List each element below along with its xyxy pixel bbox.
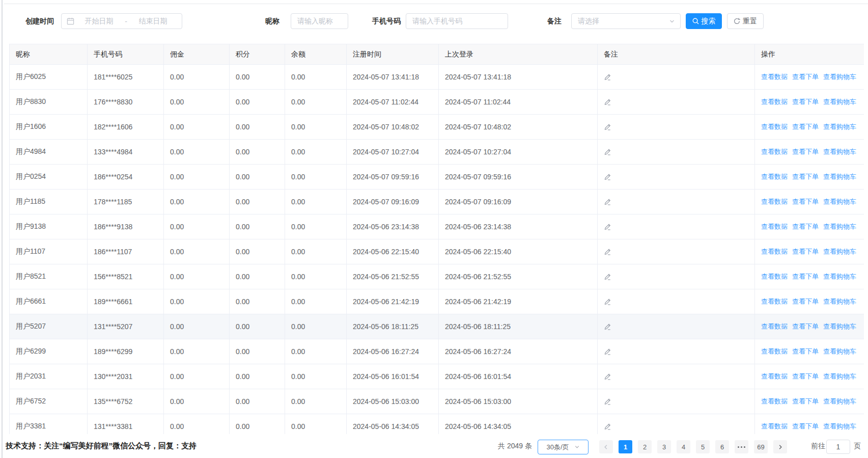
view-cart-link[interactable]: 查看购物车 bbox=[823, 298, 856, 305]
edit-remark-icon[interactable] bbox=[604, 373, 611, 381]
page-button-2[interactable]: 2 bbox=[638, 440, 652, 453]
view-cart-link[interactable]: 查看购物车 bbox=[823, 372, 856, 380]
view-orders-link[interactable]: 查看下单 bbox=[792, 347, 819, 355]
search-button[interactable]: 搜索 bbox=[686, 13, 722, 29]
col-last-login: 上次登录 bbox=[439, 44, 598, 65]
view-data-link[interactable]: 查看数据 bbox=[761, 248, 788, 255]
reset-button[interactable]: 重置 bbox=[727, 13, 764, 29]
view-orders-link[interactable]: 查看下单 bbox=[792, 98, 819, 105]
edit-remark-icon[interactable] bbox=[604, 398, 611, 406]
table-row: 用户1107186****11070.000.000.002024-05-06 … bbox=[10, 239, 864, 264]
edit-remark-icon[interactable] bbox=[604, 223, 611, 231]
view-cart-link[interactable]: 查看购物车 bbox=[823, 422, 856, 430]
view-orders-link[interactable]: 查看下单 bbox=[792, 148, 819, 155]
view-cart-link[interactable]: 查看购物车 bbox=[823, 273, 856, 280]
phone-cell: 186****9138 bbox=[88, 214, 164, 239]
view-orders-link[interactable]: 查看下单 bbox=[792, 422, 819, 430]
view-orders-link[interactable]: 查看下单 bbox=[792, 322, 819, 330]
nickname-cell: 用户2031 bbox=[10, 364, 88, 389]
view-cart-link[interactable]: 查看购物车 bbox=[823, 148, 856, 155]
view-cart-link[interactable]: 查看购物车 bbox=[823, 73, 856, 80]
view-data-link[interactable]: 查看数据 bbox=[761, 173, 788, 180]
view-orders-link[interactable]: 查看下单 bbox=[792, 298, 819, 305]
view-cart-link[interactable]: 查看购物车 bbox=[823, 173, 856, 180]
commission-cell: 0.00 bbox=[164, 239, 230, 264]
view-data-link[interactable]: 查看数据 bbox=[761, 148, 788, 155]
view-orders-link[interactable]: 查看下单 bbox=[792, 273, 819, 280]
edit-remark-icon[interactable] bbox=[604, 423, 611, 430]
top-divider bbox=[4, 4, 868, 4]
remark-select[interactable]: 请选择 bbox=[571, 13, 681, 29]
date-start-input[interactable]: 开始日期 bbox=[74, 17, 124, 26]
edit-remark-icon[interactable] bbox=[604, 148, 611, 156]
edit-remark-icon[interactable] bbox=[604, 248, 611, 256]
view-data-link[interactable]: 查看数据 bbox=[761, 347, 788, 355]
edit-remark-icon[interactable] bbox=[604, 173, 611, 181]
date-range-picker[interactable]: 开始日期 - 结束日期 bbox=[61, 13, 182, 29]
view-orders-link[interactable]: 查看下单 bbox=[792, 73, 819, 80]
phone-cell: 189****6299 bbox=[88, 339, 164, 364]
view-cart-link[interactable]: 查看购物车 bbox=[823, 98, 856, 105]
view-data-link[interactable]: 查看数据 bbox=[761, 123, 788, 130]
edit-remark-icon[interactable] bbox=[604, 98, 611, 106]
view-orders-link[interactable]: 查看下单 bbox=[792, 123, 819, 130]
page-button-69[interactable]: 69 bbox=[754, 440, 768, 453]
col-registered: 注册时间 bbox=[347, 44, 439, 65]
points-cell: 0.00 bbox=[230, 165, 285, 190]
phone-input[interactable]: 请输入手机号码 bbox=[406, 13, 508, 29]
edit-remark-icon[interactable] bbox=[604, 273, 611, 281]
nickname-input[interactable]: 请输入昵称 bbox=[291, 13, 348, 29]
commission-cell: 0.00 bbox=[164, 389, 230, 414]
edit-remark-icon[interactable] bbox=[604, 123, 611, 131]
registered-cell: 2024-05-06 16:01:54 bbox=[347, 364, 439, 389]
edit-remark-icon[interactable] bbox=[604, 73, 611, 81]
view-data-link[interactable]: 查看数据 bbox=[761, 322, 788, 330]
view-orders-link[interactable]: 查看下单 bbox=[792, 397, 819, 405]
date-end-input[interactable]: 结束日期 bbox=[128, 17, 178, 26]
view-data-link[interactable]: 查看数据 bbox=[761, 422, 788, 430]
page-button-6[interactable]: 6 bbox=[715, 440, 729, 453]
next-page-button[interactable] bbox=[773, 440, 787, 453]
commission-cell: 0.00 bbox=[164, 165, 230, 190]
view-cart-link[interactable]: 查看购物车 bbox=[823, 198, 856, 205]
view-cart-link[interactable]: 查看购物车 bbox=[823, 347, 856, 355]
view-orders-link[interactable]: 查看下单 bbox=[792, 173, 819, 180]
goto-page-input[interactable]: 1 bbox=[826, 440, 850, 454]
col-actions: 操作 bbox=[755, 44, 864, 65]
balance-cell: 0.00 bbox=[285, 339, 347, 364]
phone-placeholder: 请输入手机号码 bbox=[412, 17, 462, 26]
view-data-link[interactable]: 查看数据 bbox=[761, 273, 788, 280]
view-data-link[interactable]: 查看数据 bbox=[761, 397, 788, 405]
col-commission: 佣金 bbox=[164, 44, 230, 65]
page-button-3[interactable]: 3 bbox=[657, 440, 671, 453]
view-orders-link[interactable]: 查看下单 bbox=[792, 372, 819, 380]
edit-remark-icon[interactable] bbox=[604, 323, 611, 331]
view-cart-link[interactable]: 查看购物车 bbox=[823, 397, 856, 405]
view-orders-link[interactable]: 查看下单 bbox=[792, 248, 819, 255]
view-orders-link[interactable]: 查看下单 bbox=[792, 223, 819, 230]
view-cart-link[interactable]: 查看购物车 bbox=[823, 223, 856, 230]
edit-remark-icon[interactable] bbox=[604, 198, 611, 206]
view-orders-link[interactable]: 查看下单 bbox=[792, 198, 819, 205]
view-data-link[interactable]: 查看数据 bbox=[761, 223, 788, 230]
view-data-link[interactable]: 查看数据 bbox=[761, 298, 788, 305]
edit-remark-icon[interactable] bbox=[604, 348, 611, 356]
view-data-link[interactable]: 查看数据 bbox=[761, 372, 788, 380]
view-cart-link[interactable]: 查看购物车 bbox=[823, 322, 856, 330]
view-data-link[interactable]: 查看数据 bbox=[761, 198, 788, 205]
edit-remark-icon[interactable] bbox=[604, 298, 611, 306]
prev-page-button[interactable] bbox=[599, 440, 613, 453]
view-cart-link[interactable]: 查看购物车 bbox=[823, 123, 856, 130]
actions-cell: 查看数据查看下单查看购物车 bbox=[755, 65, 864, 90]
page-button-5[interactable]: 5 bbox=[696, 440, 710, 453]
view-data-link[interactable]: 查看数据 bbox=[761, 98, 788, 105]
page-button-4[interactable]: 4 bbox=[677, 440, 690, 453]
more-pages-button[interactable] bbox=[735, 440, 748, 453]
chevron-right-icon bbox=[777, 444, 783, 450]
points-cell: 0.00 bbox=[230, 339, 285, 364]
page-button-1[interactable]: 1 bbox=[619, 440, 632, 453]
view-cart-link[interactable]: 查看购物车 bbox=[823, 248, 856, 255]
page-size-select[interactable]: 30条/页 bbox=[538, 440, 589, 454]
nickname-cell: 用户1107 bbox=[10, 239, 88, 264]
view-data-link[interactable]: 查看数据 bbox=[761, 73, 788, 80]
